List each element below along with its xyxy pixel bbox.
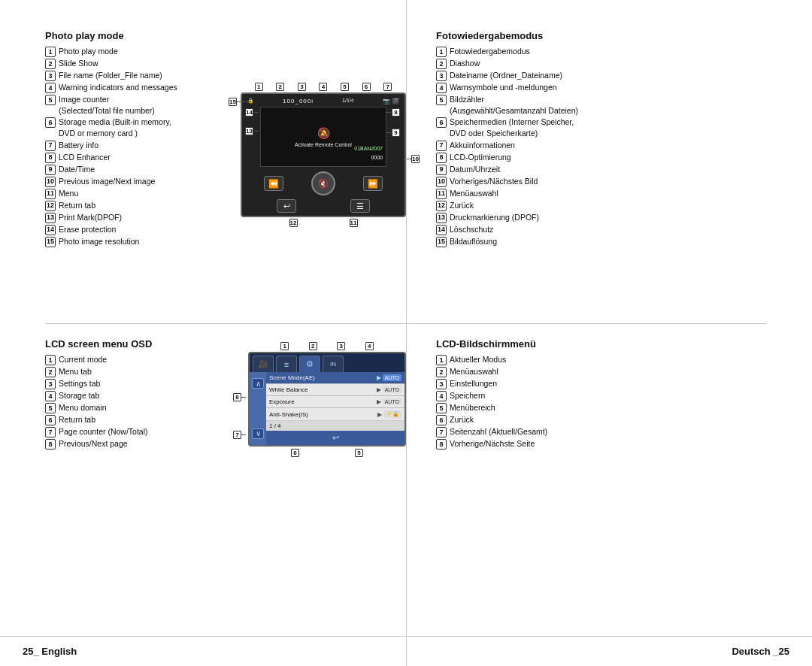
rewind-button: ⏪ — [264, 176, 283, 191]
list-item: 2Menüauswahl — [436, 366, 662, 377]
ann-3: 3 — [337, 342, 345, 350]
list-item: 14Löschschutz — [436, 224, 662, 235]
lcd-nav-column: ∧ ∨ — [250, 372, 266, 445]
list-item: 5Menübereich — [436, 402, 662, 413]
photo-play-mode-section: Photo play mode 1Photo play mode 2Slide … — [45, 30, 241, 248]
lcd-tab-menu: ≡ — [276, 356, 297, 372]
lcd-tab-settings: ⚙ — [299, 356, 320, 372]
annotation-7: 7 — [383, 83, 392, 91]
lcd-tab-video: 🎥 — [253, 356, 274, 372]
lcd-menu-body: ∧ ∨ Scene Mode(AE) ▶ AUTO White B — [250, 372, 404, 445]
camera-diagram-top: 1 2 3 4 5 6 7 🔒 100_000i 1/1½ 📷 🎬 15 — [241, 83, 406, 227]
list-item: 9Date/Time — [45, 164, 241, 175]
horizontal-divider — [45, 323, 767, 324]
list-item: 3Einstellungen — [436, 378, 662, 389]
list-item: 10Vorheriges/Nächstes Bild — [436, 176, 662, 187]
list-item: 10Previous image/Next image — [45, 176, 241, 187]
list-item: 8LCD Enhancer — [45, 152, 241, 163]
list-item: 7Seitenzahl (Aktuell/Gesamt) — [436, 426, 662, 437]
list-item: 2Slide Show — [45, 58, 241, 69]
lcd-tab-bar: 🎥 ≡ ⚙ IN — [250, 353, 404, 372]
camera-controls: ⏪ 🔇 ⏩ — [245, 170, 401, 197]
lcd-row-scene: Scene Mode(AE) ▶ AUTO — [266, 372, 404, 384]
lcd-return-tab[interactable]: ↩ — [266, 431, 404, 445]
footer: 25_ English Deutsch _25 — [0, 636, 812, 666]
ann-8-line: 8 — [233, 393, 246, 401]
forward-button: ⏩ — [363, 176, 383, 191]
list-item: 7Akkuinformationen — [436, 140, 662, 151]
list-item: 11Menüauswahl — [436, 188, 662, 199]
camera-top-info: 🔒 100_000i 1/1½ 📷 🎬 — [245, 97, 401, 105]
annotation-10-line: 10 — [407, 155, 420, 163]
fotowiedergabemodus-title: Fotowiedergabemodus — [436, 30, 662, 41]
list-item: 13Print Mark(DPOF) — [45, 212, 241, 223]
lcd-menu-diagram: 1 2 3 4 8 7 🎥 ≡ ⚙ IN — [248, 342, 406, 457]
annotation-15-line: 15 — [229, 98, 250, 106]
list-item: 3Dateiname (Ordner_Dateiname) — [436, 70, 662, 81]
camera-mid: 14 13 🔕 Activate Remote Control 01BAN200… — [245, 107, 401, 167]
annotation-12: 12 — [289, 219, 298, 227]
annotation-1: 1 — [255, 83, 263, 91]
lcd-screen-menu-osd-title: LCD screen menu OSD — [45, 338, 241, 350]
list-item: 1Photo play mode — [45, 46, 241, 57]
lcd-menu-items: Scene Mode(AE) ▶ AUTO White Balance ▶ AU… — [266, 372, 404, 445]
ann-5: 5 — [355, 449, 363, 457]
lcd-row-wb: White Balance ▶ AUTO — [266, 384, 404, 396]
lcd-menu-screen: 🎥 ≡ ⚙ IN ∧ ∨ Scene Mo — [248, 352, 406, 447]
lcd-screen-menu-osd-section: LCD screen menu OSD 1Current mode 2Menu … — [45, 338, 241, 450]
list-item: 12Return tab — [45, 200, 241, 211]
footer-deutsch: Deutsch _25 — [732, 646, 789, 657]
list-item: 5Menu domain — [45, 402, 241, 413]
annotation-4: 4 — [319, 83, 327, 91]
lcd-bildschirmmenu-list: 1Aktueller Modus 2Menüauswahl 3Einstellu… — [436, 354, 662, 450]
camera-screen-top: 🔒 100_000i 1/1½ 📷 🎬 15 14 — [241, 92, 406, 217]
lcd-bottom-annotations: 6 5 — [248, 449, 406, 457]
vertical-divider — [406, 0, 407, 666]
photo-play-mode-list: 1Photo play mode 2Slide Show 3File name … — [45, 46, 241, 247]
annotation-6: 6 — [362, 83, 371, 91]
right-annotations: 8 9 — [386, 107, 401, 167]
center-button: 🔇 — [311, 171, 335, 195]
left-annotations: 14 13 — [245, 107, 260, 167]
list-item: 7Battery info — [45, 140, 241, 151]
list-item: 7Page counter (Now/Total) — [45, 426, 241, 437]
lcd-screen-container: 8 7 🎥 ≡ ⚙ IN ∧ — [248, 352, 406, 447]
camera-bottom-buttons: ↩ ☰ — [245, 199, 401, 213]
list-item: 15Photo image resolution — [45, 236, 241, 247]
annotation-5: 5 — [341, 83, 349, 91]
annotation-2: 2 — [276, 83, 284, 91]
list-item: 8Previous/Next page — [45, 438, 241, 450]
list-item: 4Warnsymbole und -meldungen — [436, 82, 662, 93]
photo-play-mode-title: Photo play mode — [45, 30, 241, 41]
return-button-cam: ↩ — [277, 199, 296, 213]
lcd-tab-storage: IN — [323, 356, 344, 372]
list-item: 12Zurück — [436, 200, 662, 211]
list-item: 6Zurück — [436, 414, 662, 425]
list-item: 15Bildauflösung — [436, 236, 662, 247]
list-item: 6Return tab — [45, 414, 241, 425]
list-item: 9Datum/Uhrzeit — [436, 164, 662, 175]
list-item: 2Diashow — [436, 58, 662, 69]
list-item: 4Warning indicators and messages — [45, 82, 241, 93]
list-item: 5Image counter(Selected/Total file numbe… — [45, 94, 241, 116]
lcd-bildschirmmenu-section: LCD-Bildschirmmenü 1Aktueller Modus 2Men… — [436, 338, 662, 450]
list-item: 5Bildzähler(Ausgewählt/Gesamtanzahl Date… — [436, 94, 662, 116]
page-container: Photo play mode 1Photo play mode 2Slide … — [0, 0, 812, 666]
lcd-row-exposure: Exposure ▶ AUTO — [266, 396, 404, 408]
list-item: 13Druckmarkierung (DPOF) — [436, 212, 662, 223]
list-item: 2Menu tab — [45, 366, 241, 377]
menu-button-cam: ☰ — [350, 199, 370, 213]
list-item: 8LCD-Optimierung — [436, 152, 662, 163]
lcd-next-btn[interactable]: ∨ — [252, 428, 264, 439]
lcd-prev-btn[interactable]: ∧ — [252, 378, 264, 389]
ann-7-line: 7 — [233, 431, 246, 439]
list-item: 1Aktueller Modus — [436, 354, 662, 365]
fotowiedergabemodus-list: 1Fotowiedergabemodus 2Diashow 3Dateiname… — [436, 46, 662, 247]
list-item: 6Storage media (Built-in memory,DVD or m… — [45, 117, 241, 138]
footer-english: 25_ English — [23, 646, 77, 657]
lcd-counter-row: 1 / 4 — [266, 421, 404, 431]
lcd-menu-osd-list: 1Current mode 2Menu tab 3Settings tab 4S… — [45, 354, 241, 450]
fotowiedergabemodus-section: Fotowiedergabemodus 1Fotowiedergabemodus… — [436, 30, 662, 248]
list-item: 1Current mode — [45, 354, 241, 365]
list-item: 8Vorherige/Nächste Seite — [436, 438, 662, 450]
